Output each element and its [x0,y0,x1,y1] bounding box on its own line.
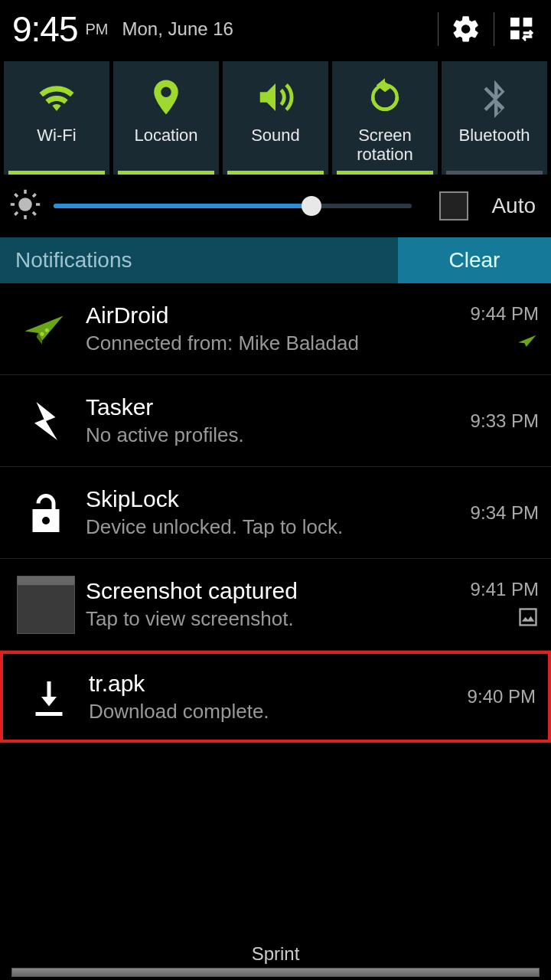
brightness-slider[interactable] [54,196,412,216]
toggle-sound[interactable]: Sound [223,61,328,175]
notification-list: AirDroid Connected from: Mike Baladad 9:… [0,283,551,743]
notification-title: Screenshot captured [86,578,471,604]
notification-time: 9:40 PM [468,686,536,707]
quick-panel-icon[interactable] [505,12,539,46]
notification-title: tr.apk [89,671,468,697]
svg-point-13 [45,328,49,332]
notification-item-highlighted[interactable]: tr.apk Download complete. 9:40 PM [0,651,551,743]
notification-time: 9:44 PM [471,303,539,325]
toggle-indicator [8,171,105,175]
notification-time: 9:41 PM [471,579,539,600]
drag-handle[interactable] [11,968,540,977]
notification-title: AirDroid [86,302,471,328]
notification-time: 9:33 PM [471,410,539,432]
toggle-label: Sound [251,126,300,145]
toggle-indicator [446,171,543,175]
notifications-header: Notifications Clear [0,237,551,283]
location-icon [145,74,187,121]
lock-open-icon [12,485,80,541]
toggle-indicator [337,171,433,175]
image-icon [517,606,539,631]
bluetooth-icon [474,74,515,121]
notification-item[interactable]: AirDroid Connected from: Mike Baladad 9:… [0,283,551,375]
svg-point-3 [18,198,32,211]
brightness-icon [9,188,41,224]
brightness-row: Auto [0,175,551,237]
airdroid-icon [12,302,80,357]
rotation-icon [364,74,406,121]
toggle-label: Location [134,126,197,145]
clock-time: 9:45 [12,8,78,50]
svg-line-11 [33,194,36,197]
status-bar: 9:45 PM Mon, June 16 [0,0,551,61]
svg-rect-2 [510,31,520,40]
notification-subtitle: Device unlocked. Tap to lock. [86,515,471,539]
toggle-location[interactable]: Location [113,61,219,175]
notification-subtitle: Connected from: Mike Baladad [86,332,471,355]
toggle-label: Wi-Fi [37,126,76,145]
notification-subtitle: No active profiles. [86,423,471,447]
clock-ampm: PM [86,21,109,38]
notification-subtitle: Tap to view screenshot. [86,607,471,631]
auto-brightness-label: Auto [491,194,536,218]
svg-point-12 [41,332,44,335]
svg-line-10 [15,212,18,215]
notification-item[interactable]: Screenshot captured Tap to view screensh… [0,559,551,651]
svg-line-9 [33,212,36,215]
divider [438,12,439,46]
toggle-bluetooth[interactable]: Bluetooth [442,61,547,175]
toggle-indicator [118,171,214,175]
toggle-wifi[interactable]: Wi-Fi [4,61,109,175]
airdroid-small-icon [517,331,539,355]
status-date: Mon, June 16 [122,18,233,40]
screenshot-thumbnail [12,577,80,632]
svg-rect-1 [523,18,533,27]
svg-rect-14 [520,609,536,625]
download-icon [15,669,83,724]
quick-toggles: Wi-Fi Location Sound Screen rotation Blu… [0,61,551,175]
wifi-icon [36,74,77,121]
bolt-icon [12,394,80,449]
toggle-rotation[interactable]: Screen rotation [332,61,438,175]
notification-item[interactable]: Tasker No active profiles. 9:33 PM [0,375,551,467]
notification-item[interactable]: SkipLock Device unlocked. Tap to lock. 9… [0,467,551,559]
settings-icon[interactable] [449,12,483,46]
toggle-label: Bluetooth [459,126,530,145]
carrier-bar[interactable]: Sprint [0,940,551,980]
auto-brightness-checkbox[interactable] [439,191,468,220]
notification-title: Tasker [86,394,471,420]
carrier-label: Sprint [252,943,300,965]
sound-icon [255,74,296,121]
notification-subtitle: Download complete. [89,700,468,724]
clear-button[interactable]: Clear [398,237,551,283]
toggle-label: Screen rotation [357,126,412,165]
notification-title: SkipLock [86,486,471,512]
divider [494,12,494,46]
notifications-title: Notifications [0,237,398,283]
toggle-indicator [227,171,324,175]
notification-time: 9:34 PM [471,502,539,524]
svg-rect-0 [510,18,520,27]
svg-line-8 [15,194,18,197]
